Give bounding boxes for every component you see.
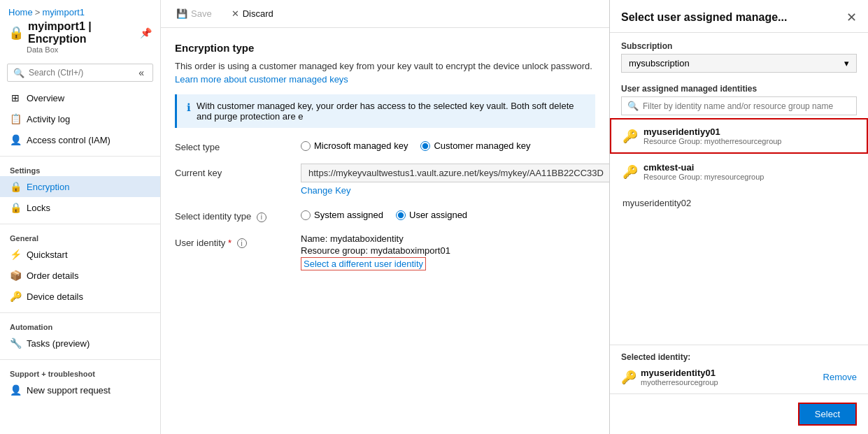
sidebar-item-access-control[interactable]: 👤 Access control (IAM) [0,129,160,150]
filter-box[interactable]: 🔍 [621,96,857,115]
breadcrumb-home[interactable]: Home [8,7,33,17]
panel-close-button[interactable]: ✕ [846,10,857,25]
identity-key-icon-0: 🔑 [622,129,636,144]
remove-identity-link[interactable]: Remove [823,372,857,382]
filter-search-icon: 🔍 [627,101,639,111]
quickstart-icon: ⚡ [10,249,21,260]
sidebar-item-tasks[interactable]: 🔧 Tasks (preview) [0,333,160,354]
identity-item-cmktest-uai[interactable]: 🔑 cmktest-uai Resource Group: myresource… [610,154,868,189]
required-indicator: * [228,238,232,248]
select-button[interactable]: Select [798,403,857,426]
subscription-label: Subscription [621,41,857,51]
collapse-sidebar-button[interactable]: « [138,67,144,78]
identity-item-myuseridentiyy01[interactable]: 🔑 myuseridentiyy01 Resource Group: myoth… [610,118,868,154]
sidebar-item-order-details[interactable]: 📦 Order details [0,265,160,286]
radio-system-label: System assigned [314,210,383,220]
automation-section-label: Automation [0,316,160,333]
sidebar-item-new-support[interactable]: 👤 New support request [0,379,160,400]
sidebar-item-quickstart[interactable]: ⚡ Quickstart [0,244,160,265]
nav-top-section: ⊞ Overview 📋 Activity log 👤 Access contr… [0,87,160,153]
identity-type-text: Select identity type [175,211,251,222]
identity-item-info-0: myuseridentiyy01 Resource Group: myother… [643,126,781,145]
settings-section: 🔒 Encryption 🔒 Locks [0,176,160,221]
sidebar-item-label: Activity log [27,114,70,124]
user-identity-label: User identity * i [175,233,301,249]
subscription-dropdown[interactable]: mysubscription ▾ [621,54,857,73]
sidebar-item-label: Device details [27,291,83,302]
select-different-identity-link[interactable]: Select a different user identity [301,257,426,270]
right-panel: Select user assigned manage... ✕ Subscri… [609,0,868,434]
locks-icon: 🔒 [10,202,21,213]
learn-more-link[interactable]: Learn more about customer managed keys [175,74,348,85]
order-details-icon: 📦 [10,270,21,281]
radio-microsoft-option[interactable]: Microsoft managed key [301,140,408,151]
pin-icon[interactable]: 📌 [140,27,152,38]
subscription-value: mysubscription [629,58,690,68]
discard-label: Discard [243,8,273,19]
identity-item-rg-0: Resource Group: myotherresourcegroup [643,137,781,145]
subscription-section: Subscription mysubscription ▾ [610,33,868,81]
support-section-label: Support + troubleshoot [0,363,160,379]
radio-user-option[interactable]: User assigned [396,210,467,220]
radio-system-input[interactable] [301,210,311,220]
identity-item-info-2: myuseridentity02 [622,198,691,208]
identity-item-name-2: myuseridentity02 [622,198,691,208]
identities-label: User assigned managed identities [621,84,857,94]
identity-rg-line: Resource group: mydataboximport01 [301,245,595,256]
selected-identity-info: myuseridentity01 myotherresourcegroup [641,368,818,386]
info-banner: ℹ With customer managed key, your order … [175,94,595,128]
selected-identity-row: 🔑 myuseridentity01 myotherresourcegroup … [621,368,857,386]
filter-input[interactable] [643,101,851,111]
identity-type-info-icon[interactable]: i [257,212,266,222]
selected-identity-name: myuseridentity01 [641,368,818,378]
identity-list: 🔑 myuseridentiyy01 Resource Group: myoth… [610,118,868,345]
sidebar-item-encryption[interactable]: 🔒 Encryption [0,176,160,197]
resource-icon: 🔒 [8,25,24,41]
sidebar-item-overview[interactable]: ⊞ Overview [0,87,160,108]
access-control-icon: 👤 [10,134,21,145]
general-section-label: General [0,227,160,244]
identity-item-name-1: cmktest-uai [643,162,764,173]
sidebar-item-label: New support request [27,385,111,396]
settings-section-label: Settings [0,159,160,176]
description-body: This order is using a customer managed k… [175,61,592,71]
support-section: 👤 New support request [0,379,160,403]
sidebar-header: Home > myimport1 🔒 myimport1 | Encryptio… [0,0,160,58]
panel-header: Select user assigned manage... ✕ [610,0,868,33]
sidebar-item-locks[interactable]: 🔒 Locks [0,197,160,218]
sidebar-item-label: Access control (IAM) [27,135,111,145]
content-area: Encryption type This order is using a cu… [161,28,609,434]
identity-item-name-0: myuseridentiyy01 [643,126,781,137]
identity-item-myuseridentity02[interactable]: myuseridentity02 [610,189,868,217]
select-type-control: Microsoft managed key Customer managed k… [301,138,595,151]
search-input[interactable] [29,68,134,78]
selected-identity-rg: myotherresourcegroup [641,378,818,386]
identity-key-icon-1: 🔑 [622,164,636,180]
search-box[interactable]: 🔍 « [7,64,153,82]
discard-button[interactable]: ✕ Discard [227,6,278,22]
radio-microsoft-input[interactable] [301,141,311,151]
general-section: ⚡ Quickstart 📦 Order details 🔑 Device de… [0,244,160,310]
resource-subtitle: Data Box [27,45,152,54]
identity-name-line: Name: mydataboxidentity [301,233,595,244]
change-key-link[interactable]: Change Key [301,185,609,196]
page-title: myimport1 | Encryption [28,20,136,45]
radio-customer-option[interactable]: Customer managed key [420,140,530,151]
select-identity-type-row: Select identity type i System assigned U… [175,207,595,222]
main-content: 💾 Save ✕ Discard Encryption type This or… [161,0,609,434]
radio-customer-label: Customer managed key [434,140,530,151]
breadcrumb-resource[interactable]: myimport1 [42,7,85,17]
radio-system-option[interactable]: System assigned [301,210,383,220]
sidebar-item-device-details[interactable]: 🔑 Device details [0,286,160,307]
sidebar-item-activity-log[interactable]: 📋 Activity log [0,108,160,129]
current-key-control: https://mykeyvaultwestus1.vault.azure.ne… [301,164,609,196]
selected-identity-label: Selected identity: [621,352,857,362]
radio-customer-input[interactable] [420,141,430,151]
select-identity-type-label: Select identity type i [175,207,301,222]
panel-footer: Select [610,393,868,434]
user-identity-info-icon[interactable]: i [237,238,247,248]
info-banner-text: With customer managed key, your order ha… [197,101,585,122]
panel-title: Select user assigned manage... [621,11,787,24]
radio-user-input[interactable] [396,210,406,220]
save-button[interactable]: 💾 Save [172,6,216,22]
